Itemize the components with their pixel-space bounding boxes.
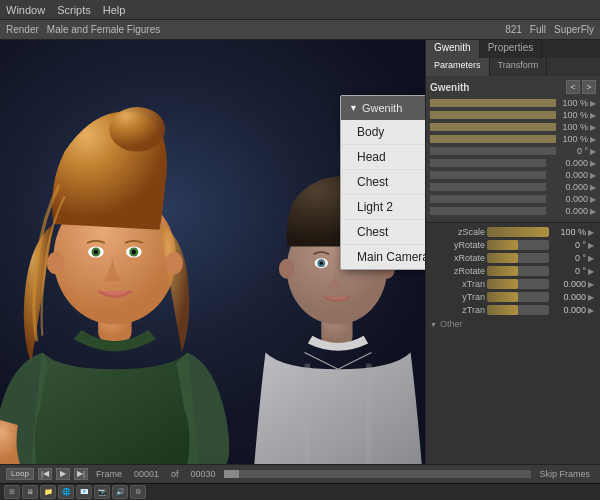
play-btn[interactable]: ▶ <box>56 468 70 480</box>
rp-arrow-0[interactable]: ▶ <box>590 99 596 108</box>
frame-current: 00001 <box>134 469 159 479</box>
taskbar-btn-6[interactable]: 🔊 <box>112 485 128 499</box>
slider-xrotate-track[interactable] <box>487 253 549 263</box>
slider-ztran: zTran 0.000 ▶ <box>430 305 596 315</box>
rp-arrow-3[interactable]: ▶ <box>590 135 596 144</box>
slider-zrotate-track[interactable] <box>487 266 549 276</box>
tab-gwenith[interactable]: Gwenith <box>426 40 480 58</box>
section-triangle-icon: ▼ <box>430 321 437 328</box>
slider-zscale-label: zScale <box>430 227 485 237</box>
rp-arrow-9[interactable]: ▶ <box>590 207 596 216</box>
dropdown-triangle-icon: ▼ <box>349 103 358 113</box>
slider-ytran-arrow[interactable]: ▶ <box>588 293 596 302</box>
rp-row-1: 100 % ▶ <box>430 110 596 120</box>
dropdown-item-light2[interactable]: Light 2 ▶ <box>341 195 425 220</box>
dropdown-item-chest2[interactable]: Chest <box>341 220 425 245</box>
rp-val-5: 0.000 <box>548 158 588 168</box>
menu-window[interactable]: Window <box>6 4 45 16</box>
rp-row-2: 100 % ▶ <box>430 122 596 132</box>
slider-yrotate-arrow[interactable]: ▶ <box>588 241 596 250</box>
taskbar-btn-5[interactable]: 📷 <box>94 485 110 499</box>
panel-tabs: Gwenith Properties <box>426 40 600 58</box>
menu-help[interactable]: Help <box>103 4 126 16</box>
loop-btn[interactable]: Loop <box>6 468 34 480</box>
dropdown-title: Gwenith <box>362 102 402 114</box>
slider-ztran-track[interactable] <box>487 305 549 315</box>
taskbar-btn-2[interactable]: 📁 <box>40 485 56 499</box>
slider-ytran-track[interactable] <box>487 292 549 302</box>
rp-row-6: 0.000 ▶ <box>430 170 596 180</box>
taskbar-btn-1[interactable]: 🖥 <box>22 485 38 499</box>
rp-row-5: 0.000 ▶ <box>430 158 596 168</box>
taskbar-btn-4[interactable]: 📧 <box>76 485 92 499</box>
main-area: ▼ Gwenith < > Body Head Chest Light 2 ▶ … <box>0 40 600 464</box>
rp-val-9: 0.000 <box>548 206 588 216</box>
rp-arrow-8[interactable]: ▶ <box>590 195 596 204</box>
slider-zrotate-arrow[interactable]: ▶ <box>588 267 596 276</box>
rp-arrow-4[interactable]: ▶ <box>590 147 596 156</box>
slider-xrotate-arrow[interactable]: ▶ <box>588 254 596 263</box>
actor-nav: < > <box>566 80 596 94</box>
rp-row-0: 100 % ▶ <box>430 98 596 108</box>
taskbar-btn-0[interactable]: ⊞ <box>4 485 20 499</box>
slider-yrotate-track[interactable] <box>487 240 549 250</box>
prev-frame-btn[interactable]: |◀ <box>38 468 52 480</box>
rp-row-9: 0.000 ▶ <box>430 206 596 216</box>
dropdown-header: ▼ Gwenith < > <box>341 96 425 120</box>
other-label: Other <box>440 319 463 329</box>
toolbar-quality: Full <box>530 24 546 35</box>
slider-ytran-value: 0.000 <box>551 292 586 302</box>
rp-val-0: 100 % <box>558 98 588 108</box>
actor-next-btn[interactable]: > <box>582 80 596 94</box>
slider-ztran-arrow[interactable]: ▶ <box>588 306 596 315</box>
svg-rect-24 <box>366 364 372 464</box>
slider-zscale: zScale 100 % ▶ <box>430 227 596 237</box>
rp-arrow-2[interactable]: ▶ <box>590 123 596 132</box>
dropdown-title-area: ▼ Gwenith <box>349 102 402 114</box>
slider-yrotate: yRotate 0 ° ▶ <box>430 240 596 250</box>
rp-val-2: 100 % <box>558 122 588 132</box>
rp-bar-9 <box>430 207 546 215</box>
slider-zscale-track[interactable] <box>487 227 549 237</box>
toolbar-render[interactable]: Render <box>6 24 39 35</box>
rp-val-3: 100 % <box>558 134 588 144</box>
taskbar-btn-7[interactable]: ⚙ <box>130 485 146 499</box>
rp-arrow-7[interactable]: ▶ <box>590 183 596 192</box>
skip-frames-label: Skip Frames <box>539 469 590 479</box>
dropdown-item-maincam[interactable]: Main Camera <box>341 245 425 269</box>
slider-xtran-arrow[interactable]: ▶ <box>588 280 596 289</box>
rp-val-6: 0.000 <box>548 170 588 180</box>
subtab-transform[interactable]: Transform <box>490 58 548 76</box>
rp-bar-1 <box>430 111 556 119</box>
rp-row-3: 100 % ▶ <box>430 134 596 144</box>
slider-xtran-value: 0.000 <box>551 279 586 289</box>
actor-prev-btn[interactable]: < <box>566 80 580 94</box>
menu-scripts[interactable]: Scripts <box>57 4 91 16</box>
taskbar-btn-3[interactable]: 🌐 <box>58 485 74 499</box>
rp-arrow-1[interactable]: ▶ <box>590 111 596 120</box>
frame-separator: of <box>171 469 179 479</box>
parameters-area: zScale 100 % ▶ yRotate 0 ° ▶ xRotate <box>426 223 600 464</box>
rp-val-4: 0 ° <box>558 146 588 156</box>
slider-zscale-arrow[interactable]: ▶ <box>588 228 596 237</box>
viewport[interactable]: ▼ Gwenith < > Body Head Chest Light 2 ▶ … <box>0 40 425 464</box>
svg-point-12 <box>165 252 183 274</box>
dropdown-item-chest1[interactable]: Chest <box>341 170 425 195</box>
timeline-bar[interactable] <box>224 470 532 478</box>
slider-xtran-track[interactable] <box>487 279 549 289</box>
rp-arrow-5[interactable]: ▶ <box>590 159 596 168</box>
svg-point-10 <box>109 107 165 152</box>
rp-bar-8 <box>430 195 546 203</box>
slider-zrotate: zRotate 0 ° ▶ <box>430 266 596 276</box>
tab-properties[interactable]: Properties <box>480 40 543 58</box>
slider-zscale-value: 100 % <box>551 227 586 237</box>
subtab-parameters[interactable]: Parameters <box>426 58 490 76</box>
slider-ztran-label: zTran <box>430 305 485 315</box>
rp-arrow-6[interactable]: ▶ <box>590 171 596 180</box>
dropdown-item-head[interactable]: Head <box>341 145 425 170</box>
dropdown-item-body[interactable]: Body <box>341 120 425 145</box>
actor-name-row: Gwenith < > <box>430 80 596 94</box>
next-frame-btn[interactable]: ▶| <box>74 468 88 480</box>
rp-bar-6 <box>430 171 546 179</box>
playback-controls: Loop |◀ ▶ ▶| Frame 00001 of 00030 Skip F… <box>0 465 600 483</box>
